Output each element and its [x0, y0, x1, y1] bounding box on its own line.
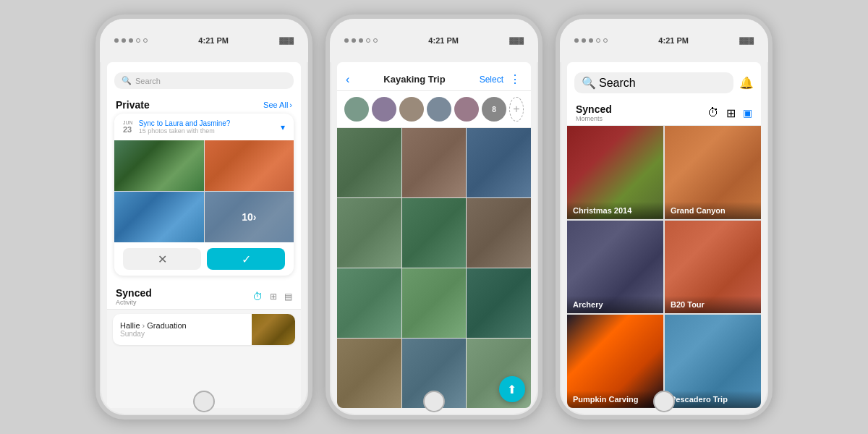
moments-search-bar[interactable]: 🔍 Search 🔔	[567, 68, 761, 98]
moment-cell-2[interactable]: Grand Canyon	[665, 126, 761, 219]
phone-home-button-3[interactable]	[653, 391, 675, 412]
photo-cell-4: 10›	[205, 192, 294, 242]
kayak-photo-12[interactable]: ⬆	[467, 339, 531, 408]
avatar-2[interactable]	[372, 97, 396, 122]
phone-screen-3: 🔍 Search 🔔 Synced Moments ⏱ ⊞ ▣ Chris	[567, 62, 761, 408]
bell-icon-3[interactable]: 🔔	[739, 76, 754, 90]
list-icon[interactable]: ▤	[284, 292, 292, 302]
kayak-photo-10[interactable]	[337, 339, 401, 408]
kayak-photo-grid: ⬆	[337, 128, 531, 408]
status-bar-1	[107, 62, 301, 68]
moment-cell-5[interactable]: Pumpkin Carving	[567, 315, 663, 408]
avatar-4[interactable]	[427, 97, 451, 122]
kayak-photo-9[interactable]	[467, 268, 531, 338]
phone-1: 4:21 PM ▓▓▓ 🔍 Search Private See All ›	[95, 14, 312, 420]
moments-label: Synced Moments	[576, 103, 612, 122]
battery-3: ▓▓▓	[739, 37, 754, 44]
kayak-photo-2[interactable]	[402, 128, 467, 197]
signal-dots	[114, 38, 148, 43]
moment-cell-3[interactable]: Archery	[567, 221, 663, 314]
activity-title: Hallie › Graduation	[120, 321, 244, 330]
cancel-button[interactable]: ✕	[123, 248, 201, 270]
kayak-photo-4[interactable]	[337, 198, 401, 268]
nav-title: Kayaking Trip	[383, 74, 445, 85]
private-section-header: Private See All ›	[107, 93, 301, 114]
moment-label-6: Pescadero Trip	[665, 391, 761, 408]
sync-main-text: Sync to Laura and Jasmine?	[139, 119, 231, 127]
private-title: Private	[116, 99, 150, 111]
select-button[interactable]: Select	[480, 75, 503, 85]
confirm-button[interactable]: ✓	[207, 248, 285, 270]
avatar-3[interactable]	[399, 97, 424, 122]
dot3-4	[596, 38, 600, 43]
more-options-icon[interactable]: ⋮	[509, 72, 522, 86]
back-button[interactable]: ‹	[346, 73, 349, 86]
kayak-photo-8[interactable]	[402, 268, 467, 338]
phone-screen-2: ‹ Kayaking Trip Select ⋮ 8 +	[337, 62, 531, 408]
phones-container: 4:21 PM ▓▓▓ 🔍 Search Private See All ›	[88, 7, 780, 427]
kayak-photo-7[interactable]	[337, 268, 401, 338]
activity-date: Sunday	[120, 330, 244, 338]
synced-subtitle: Activity	[116, 299, 152, 306]
chevron-right-icon: ›	[289, 101, 292, 109]
moment-cell-1[interactable]: Christmas 2014	[567, 126, 663, 219]
phone-home-button-1[interactable]	[193, 391, 215, 412]
clock-icon[interactable]: ⏱	[252, 291, 263, 302]
status-time-2: 4:21 PM	[428, 36, 459, 45]
add-participant-button[interactable]: +	[509, 97, 524, 122]
status-bar-2	[337, 62, 531, 68]
kayak-photo-1[interactable]	[337, 128, 401, 197]
see-all-button[interactable]: See All ›	[263, 101, 292, 109]
search-input-1[interactable]: 🔍 Search	[114, 72, 294, 89]
phone-top-1: 4:21 PM ▓▓▓	[100, 19, 308, 62]
moments-search-input[interactable]: 🔍 Search	[574, 72, 733, 93]
synced-moments-title: Synced	[576, 103, 612, 115]
dot3-5	[603, 38, 608, 43]
dot-2	[122, 38, 126, 43]
kayak-photo-3[interactable]	[467, 128, 531, 197]
moment-label-3: Archery	[567, 296, 663, 313]
dot-3	[129, 38, 133, 43]
arrow-icon: ›	[142, 321, 145, 330]
moments-rect-icon[interactable]: ▣	[743, 107, 752, 119]
sync-prompt-content: JUN 23 Sync to Laura and Jasmine? 15 pho…	[123, 119, 230, 135]
photo-cell-3	[114, 192, 204, 242]
search-placeholder-1: Search	[135, 77, 161, 85]
avatar-count[interactable]: 8	[482, 97, 506, 122]
synced-header: Synced Activity ⏱ ⊞ ▤	[107, 281, 301, 310]
signal-dots-3	[574, 38, 608, 43]
search-icon-1: 🔍	[122, 76, 132, 85]
kayak-photo-5[interactable]	[402, 198, 467, 268]
avatar-5[interactable]	[454, 97, 479, 122]
card-actions: ✕ ✓	[114, 242, 294, 276]
sync-date: JUN 23	[123, 120, 133, 134]
synced-section: Synced Activity ⏱ ⊞ ▤ Hallie › Grad	[107, 281, 301, 408]
dot2-2	[352, 38, 356, 43]
dot-1	[114, 38, 119, 43]
avatar-1[interactable]	[344, 97, 369, 122]
search-icon-3: 🔍	[582, 76, 596, 90]
kayak-photo-6[interactable]	[467, 198, 531, 268]
synced-label: Synced Activity	[116, 287, 152, 306]
search-bar-1[interactable]: 🔍 Search	[107, 68, 301, 93]
photo-cell-1	[114, 140, 204, 191]
dot2-4	[366, 38, 370, 43]
moment-cell-6[interactable]: Pescadero Trip	[665, 315, 761, 408]
status-bar-3	[567, 62, 761, 68]
battery-1: ▓▓▓	[279, 37, 294, 44]
activity-item[interactable]: Hallie › Graduation Sunday	[113, 314, 295, 345]
sync-sub-text: 15 photos taken with them	[139, 127, 231, 135]
sync-chevron-icon: ▾	[281, 122, 285, 132]
dot-4	[136, 38, 140, 43]
sync-prompt[interactable]: JUN 23 Sync to Laura and Jasmine? 15 pho…	[114, 114, 294, 140]
upload-button[interactable]: ⬆	[499, 376, 525, 402]
dot3-2	[582, 38, 586, 43]
moments-clock-icon[interactable]: ⏱	[707, 106, 719, 119]
grid-icon[interactable]: ⊞	[270, 292, 277, 302]
moment-cell-4[interactable]: B20 Tour	[665, 221, 761, 314]
phone-top-2: 4:21 PM ▓▓▓	[330, 19, 538, 62]
moment-label-1: Christmas 2014	[567, 202, 663, 219]
moments-grid-icon[interactable]: ⊞	[726, 106, 736, 120]
phone-screen-1: 🔍 Search Private See All › JUN	[107, 62, 301, 408]
phone-home-button-2[interactable]	[423, 391, 445, 412]
